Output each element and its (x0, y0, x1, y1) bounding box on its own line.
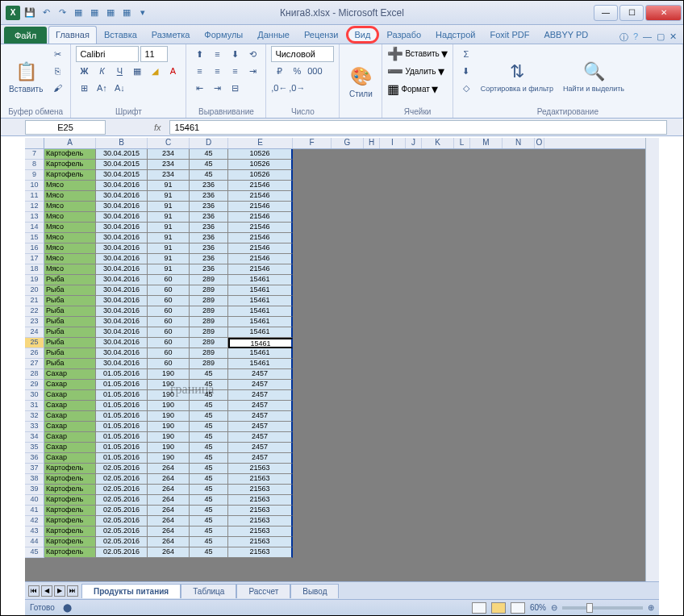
cell[interactable]: 289 (190, 275, 228, 285)
cell[interactable]: 30.04.2016 (96, 254, 148, 264)
undo-icon[interactable]: ↶ (40, 6, 52, 19)
row-header[interactable]: 35 (25, 443, 44, 453)
cell[interactable]: 30.04.2016 (96, 296, 148, 306)
cell[interactable]: 15461 (228, 327, 293, 338)
cell[interactable]: 01.05.2016 (96, 411, 148, 422)
cell[interactable]: 289 (190, 296, 228, 306)
row-header[interactable]: 15 (25, 233, 44, 243)
cell[interactable]: Картофель (44, 474, 96, 485)
col-header-G[interactable]: G (332, 138, 364, 148)
col-header-H[interactable]: H (364, 138, 380, 148)
row-header[interactable]: 30 (25, 390, 44, 401)
cell[interactable]: 21546 (228, 264, 293, 275)
page-break-view-button[interactable] (511, 602, 525, 614)
row-header[interactable]: 41 (25, 506, 44, 516)
cell[interactable]: 2457 (228, 401, 293, 411)
cell[interactable]: 236 (190, 202, 228, 212)
cell[interactable]: 45 (190, 149, 228, 160)
cell[interactable]: 45 (190, 390, 228, 401)
align-left-icon[interactable]: ≡ (191, 63, 207, 79)
cell[interactable]: 289 (190, 338, 228, 348)
cell[interactable]: 264 (148, 485, 190, 495)
cell[interactable]: 45 (190, 474, 228, 485)
tab-формулы[interactable]: Формулы (197, 26, 250, 44)
cell[interactable]: 30.04.2015 (96, 160, 148, 170)
cell[interactable]: 02.05.2016 (96, 527, 148, 537)
cell[interactable]: Мясо (44, 254, 96, 264)
cell[interactable]: 289 (190, 317, 228, 327)
cell[interactable]: 91 (148, 243, 190, 254)
cell[interactable]: 91 (148, 212, 190, 223)
delete-cells-button[interactable]: ➖Удалить▾ (387, 64, 447, 79)
cell[interactable]: 15461 (228, 306, 293, 317)
cell[interactable]: 15461 (228, 348, 293, 359)
col-header-E[interactable]: E (228, 138, 293, 148)
col-header-M[interactable]: M (470, 138, 503, 148)
cell[interactable]: 45 (190, 495, 228, 506)
cell[interactable]: 2457 (228, 380, 293, 390)
row-header[interactable]: 12 (25, 202, 44, 212)
font-size-combo[interactable]: 11 (140, 46, 168, 62)
col-header-F[interactable]: F (293, 138, 332, 148)
format-painter-icon[interactable]: 🖌 (49, 80, 65, 96)
cell[interactable]: 289 (190, 348, 228, 359)
vertical-scrollbar[interactable] (645, 138, 659, 581)
cell[interactable]: Рыба (44, 359, 96, 369)
cell[interactable]: Сахар (44, 432, 96, 443)
cell[interactable]: 21563 (228, 527, 293, 537)
cell[interactable]: 30.04.2016 (96, 212, 148, 223)
excel-icon[interactable]: X (6, 6, 20, 20)
cell[interactable]: 21546 (228, 254, 293, 264)
tab-рецензи[interactable]: Рецензи (297, 26, 346, 44)
cell[interactable]: 2457 (228, 453, 293, 464)
cell[interactable]: 45 (190, 547, 228, 558)
help-icon[interactable]: ? (633, 31, 638, 44)
tab-вставка[interactable]: Вставка (97, 26, 144, 44)
cell[interactable]: 10526 (228, 149, 293, 160)
cell[interactable]: Картофель (44, 516, 96, 527)
cell[interactable]: Сахар (44, 369, 96, 380)
decrease-decimal-icon[interactable]: ,0→ (289, 80, 305, 96)
sort-filter-button[interactable]: ⇅ Сортировка и фильтр (478, 46, 557, 106)
cell[interactable]: 01.05.2016 (96, 390, 148, 401)
cell[interactable]: 15461 (228, 275, 293, 285)
cell[interactable]: 264 (148, 527, 190, 537)
cell[interactable]: 30.04.2016 (96, 338, 148, 348)
row-header[interactable]: 22 (25, 306, 44, 317)
cell[interactable]: 30.04.2016 (96, 327, 148, 338)
row-header[interactable]: 23 (25, 317, 44, 327)
cell[interactable]: 45 (190, 537, 228, 547)
select-all-corner[interactable] (25, 138, 44, 148)
align-middle-icon[interactable]: ≡ (209, 46, 225, 62)
cell[interactable]: 289 (190, 327, 228, 338)
cell[interactable]: Мясо (44, 223, 96, 233)
insert-cells-button[interactable]: ➕Вставить▾ (387, 46, 447, 61)
row-header[interactable]: 13 (25, 212, 44, 223)
bold-button[interactable]: Ж (76, 63, 92, 79)
cell[interactable]: 190 (148, 422, 190, 432)
cell[interactable]: 45 (190, 160, 228, 170)
cell[interactable]: 01.05.2016 (96, 422, 148, 432)
restore-window-icon[interactable]: ▢ (657, 31, 665, 44)
align-right-icon[interactable]: ≡ (227, 63, 243, 79)
help-icon[interactable]: ⓘ (619, 31, 628, 44)
cell[interactable]: 236 (190, 191, 228, 202)
cell[interactable]: Рыба (44, 317, 96, 327)
cell[interactable]: 21546 (228, 212, 293, 223)
cell[interactable]: 236 (190, 181, 228, 191)
borders-icon[interactable]: ⊞ (76, 80, 92, 96)
row-header[interactable]: 21 (25, 296, 44, 306)
cell[interactable]: 91 (148, 254, 190, 264)
cell[interactable]: Рыба (44, 275, 96, 285)
cell[interactable]: 264 (148, 464, 190, 474)
sheet-nav-last-icon[interactable]: ⏭ (67, 585, 78, 597)
tab-разметка[interactable]: Разметка (144, 26, 198, 44)
cell[interactable]: 45 (190, 170, 228, 181)
cell[interactable]: 60 (148, 285, 190, 296)
align-center-icon[interactable]: ≡ (209, 63, 225, 79)
cell[interactable]: 2457 (228, 432, 293, 443)
cell[interactable]: 01.05.2016 (96, 380, 148, 390)
normal-view-button[interactable] (472, 602, 486, 614)
cell[interactable]: Картофель (44, 495, 96, 506)
cell[interactable]: 30.04.2016 (96, 233, 148, 243)
